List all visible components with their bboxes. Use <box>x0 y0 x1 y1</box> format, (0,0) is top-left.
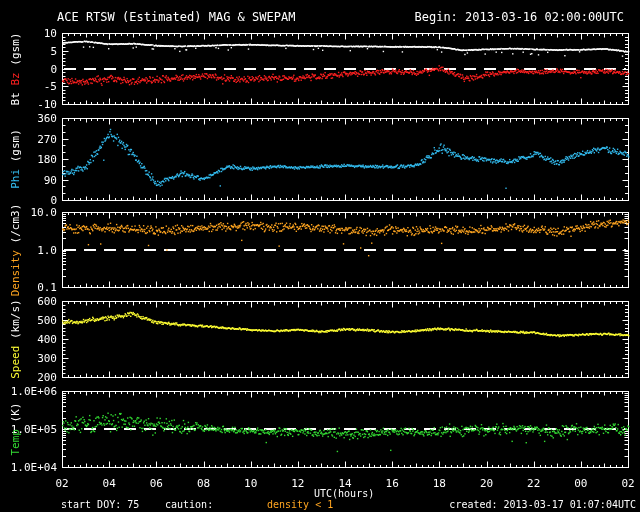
ylabel-part: Speed <box>9 339 22 379</box>
ylabel-part: Bt <box>9 85 22 105</box>
ylabel-part: (gsm) <box>9 32 22 72</box>
ylabel-part: Phi <box>9 162 22 189</box>
ytick-label-phi: 360 <box>0 113 57 124</box>
xtick-label: 20 <box>480 477 493 490</box>
ylabel-part: (/cm3) <box>9 203 22 243</box>
xaxis-title: UTC(hours) <box>314 488 374 499</box>
ylabel-part: Temp <box>9 422 22 455</box>
ylabel-part: (K) <box>9 403 22 423</box>
xtick-label: 02 <box>55 477 68 490</box>
ytick-label-temp: 1.0E+06 <box>0 386 57 397</box>
ace-rtsw-plot: ACE RTSW (Estimated) MAG & SWEPAM Begin:… <box>0 0 640 512</box>
xtick-label: 08 <box>197 477 210 490</box>
created-timestamp: created: 2013-03-17 01:07:04UTC <box>449 499 636 510</box>
ylabel-part: Bz <box>9 72 22 85</box>
xtick-label: 04 <box>103 477 116 490</box>
xtick-label: 16 <box>386 477 399 490</box>
xtick-label: 22 <box>527 477 540 490</box>
plot-title: ACE RTSW (Estimated) MAG & SWEPAM <box>57 10 295 24</box>
ylabel-part: Density <box>9 243 22 296</box>
xtick-label: 02 <box>621 477 634 490</box>
ytick-label-temp: 1.0E+04 <box>0 462 57 473</box>
start-doy-label: start DOY: 75 <box>61 499 139 510</box>
xtick-label: 10 <box>244 477 257 490</box>
ylabel-phi: Phi (gsm) <box>9 129 22 189</box>
xtick-label: 12 <box>291 477 304 490</box>
caution-label: caution: <box>165 499 213 510</box>
xtick-label: 00 <box>574 477 587 490</box>
xtick-label: 06 <box>150 477 163 490</box>
density-caution-label: density < 1 <box>267 499 333 510</box>
ylabel-temp: Temp (K) <box>9 403 22 456</box>
ylabel-part: (gsm) <box>9 129 22 162</box>
plot-canvas <box>0 0 640 512</box>
ylabel-density: Density (/cm3) <box>9 203 22 296</box>
ylabel-speed: Speed (km/s) <box>9 299 22 379</box>
ylabel-bt-bz: Bt Bz (gsm) <box>9 32 22 105</box>
ylabel-part: (km/s) <box>9 299 22 339</box>
begin-timestamp: Begin: 2013-03-16 02:00:00UTC <box>414 10 624 24</box>
xtick-label: 18 <box>433 477 446 490</box>
